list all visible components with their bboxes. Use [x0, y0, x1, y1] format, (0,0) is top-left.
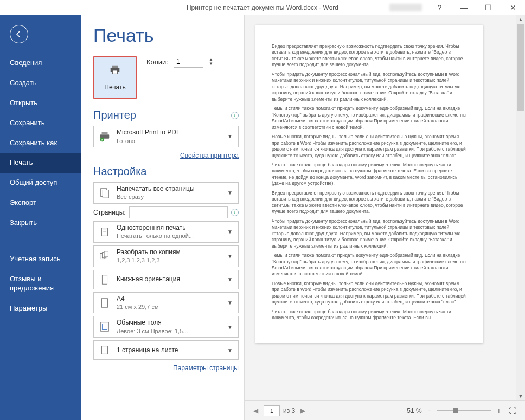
zoom-in-button[interactable]: +	[495, 406, 503, 415]
prev-page-button[interactable]: ◀	[251, 407, 260, 415]
sidebar-item-new[interactable]: Создать	[0, 73, 81, 93]
one-page-icon	[97, 344, 112, 356]
one-sided-icon	[97, 226, 112, 238]
page-count-label: из 3	[283, 407, 295, 415]
chevron-down-icon: ▼	[225, 253, 235, 259]
preview-scrollbar[interactable]: ▲ ▼	[516, 15, 525, 400]
preview-page: Видео предоставляет прекрасную возможнос…	[255, 25, 483, 343]
scroll-up-icon[interactable]: ▲	[516, 15, 525, 24]
pages-input[interactable]	[129, 206, 228, 218]
svg-rect-2	[112, 70, 117, 74]
collate-icon	[97, 250, 112, 262]
preview-paragraph: Видео предоставляет прекрасную возможнос…	[272, 43, 467, 68]
svg-rect-4	[102, 132, 108, 135]
scroll-thumb[interactable]	[517, 24, 524, 111]
page-setup-link[interactable]: Параметры страницы	[173, 364, 239, 372]
sidebar-item-options[interactable]: Параметры	[0, 299, 81, 319]
print-button[interactable]: Печать	[93, 56, 137, 99]
next-page-button[interactable]: ▶	[298, 407, 308, 415]
preview-paragraph: Видео предоставляет прекрасную возможнос…	[272, 190, 467, 215]
print-settings-panel: Печать Печать Копии: ▲▼ Принтер i	[81, 15, 244, 420]
zoom-out-button[interactable]: −	[425, 406, 434, 415]
copies-spinner[interactable]: ▲▼	[209, 57, 213, 66]
svg-rect-14	[102, 275, 107, 284]
sidebar-item-account[interactable]: Учетная запись	[0, 249, 81, 269]
sidebar-item-open[interactable]: Открыть	[0, 93, 81, 113]
collate-dropdown[interactable]: Разобрать по копиям1,2,3 1,2,3 1,2,3 ▼	[93, 245, 239, 267]
back-button[interactable]	[10, 25, 28, 43]
sidebar-item-close[interactable]: Закрыть	[0, 213, 81, 233]
backstage-sidebar: Сведения Создать Открыть Сохранить Сохра…	[0, 15, 81, 420]
page-number-input[interactable]	[264, 405, 280, 416]
pages-all-icon	[97, 187, 112, 199]
chevron-down-icon: ▼	[225, 229, 235, 235]
printer-status: Готово	[117, 137, 221, 145]
titlebar: Принтер не печатает документы Word.docx …	[0, 0, 525, 15]
help-button[interactable]: ?	[427, 0, 452, 15]
printer-ready-icon	[97, 131, 112, 143]
sides-dropdown[interactable]: Односторонняя печатьПечатать только на о…	[93, 221, 239, 243]
sidebar-item-export[interactable]: Экспорт	[0, 193, 81, 213]
chevron-down-icon: ▼	[225, 276, 235, 282]
account-blurred	[389, 4, 422, 11]
sidebar-item-saveas[interactable]: Сохранить как	[0, 133, 81, 153]
window-title: Принтер не печатает документы Word.docx …	[187, 4, 338, 11]
page-title: Печать	[93, 25, 239, 46]
preview-paragraph: Читать тоже стало проще благодаря новому…	[272, 162, 467, 187]
preview-statusbar: ◀ из 3 ▶ 51 % − + ⛶	[245, 400, 525, 420]
sidebar-item-save[interactable]: Сохранить	[0, 113, 81, 133]
pages-per-sheet-dropdown[interactable]: 1 страница на листе ▼	[93, 340, 239, 360]
printer-properties-link[interactable]: Свойства принтера	[180, 152, 239, 159]
orientation-dropdown[interactable]: Книжная ориентация ▼	[93, 270, 239, 289]
margins-dropdown[interactable]: Обычные поляЛевое: 3 см Правое: 1,5... ▼	[93, 316, 239, 338]
print-button-label: Печать	[104, 83, 125, 91]
info-icon[interactable]: i	[231, 209, 239, 216]
chevron-down-icon: ▼	[225, 190, 235, 196]
portrait-icon	[97, 274, 112, 286]
zoom-label: 51 %	[407, 407, 421, 415]
preview-paragraph: Чтобы придать документу профессиональный…	[272, 72, 467, 102]
svg-rect-13	[104, 251, 108, 256]
chevron-down-icon: ▼	[225, 324, 235, 330]
svg-rect-8	[102, 228, 108, 236]
zoom-fit-button[interactable]: ⛶	[507, 406, 518, 415]
chevron-down-icon: ▼	[225, 300, 235, 306]
preview-paragraph: Новые кнопки, которые видны, только если…	[272, 281, 467, 306]
sidebar-item-info[interactable]: Сведения	[0, 53, 81, 73]
minimize-button[interactable]: —	[452, 0, 476, 15]
printer-icon	[109, 64, 121, 79]
svg-rect-15	[102, 298, 108, 307]
printer-dropdown[interactable]: Microsoft Print to PDF Готово ▼	[93, 126, 239, 147]
svg-rect-0	[112, 66, 118, 68]
info-icon[interactable]: i	[231, 112, 239, 119]
scroll-down-icon[interactable]: ▼	[516, 392, 525, 400]
zoom-slider[interactable]	[437, 410, 491, 411]
copies-input[interactable]	[174, 56, 203, 68]
setup-heading: Настройка	[93, 165, 146, 178]
chevron-down-icon: ▼	[225, 347, 235, 353]
maximize-button[interactable]: ☐	[476, 0, 501, 15]
copies-label: Копии:	[146, 58, 168, 66]
close-button[interactable]: ✕	[501, 0, 525, 15]
print-range-dropdown[interactable]: Напечатать все страницыВсе сразу ▼	[93, 182, 239, 204]
arrow-left-icon	[15, 30, 23, 38]
paper-size-dropdown[interactable]: A421 см x 29,7 см ▼	[93, 292, 239, 314]
preview-paragraph: Новые кнопки, которые видны, только если…	[272, 134, 467, 159]
margins-icon	[97, 321, 112, 333]
preview-paragraph: Чтобы придать документу профессиональный…	[272, 218, 467, 249]
paper-icon	[97, 297, 112, 309]
printer-heading: Принтер	[93, 109, 136, 121]
preview-paragraph: Темы и стили также помогают придать доку…	[272, 106, 467, 131]
sidebar-item-feedback[interactable]: Отзывы и предложения	[0, 269, 81, 299]
svg-rect-18	[102, 346, 108, 354]
sidebar-item-print[interactable]: Печать	[0, 153, 81, 173]
print-preview: Видео предоставляет прекрасную возможнос…	[244, 15, 525, 420]
pages-label: Страницы:	[93, 209, 126, 216]
preview-paragraph: Темы и стили также помогают придать доку…	[272, 253, 467, 277]
sidebar-item-share[interactable]: Общий доступ	[0, 173, 81, 193]
svg-rect-7	[103, 190, 108, 198]
preview-paragraph: Читать тоже стало проще благодаря новому…	[272, 309, 467, 321]
printer-name: Microsoft Print to PDF	[117, 128, 221, 137]
chevron-down-icon: ▼	[225, 133, 235, 139]
